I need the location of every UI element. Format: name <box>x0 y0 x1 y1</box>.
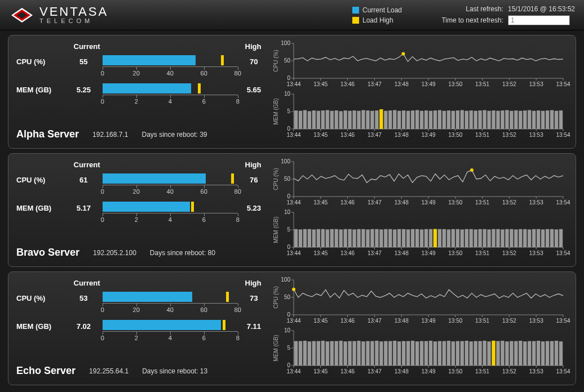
svg-rect-98 <box>443 111 446 129</box>
svg-text:10: 10 <box>284 91 291 97</box>
brand-sub: TELECOM <box>39 18 108 24</box>
server-ip: 192.168.7.1 <box>92 131 128 139</box>
svg-text:13:44: 13:44 <box>286 318 300 324</box>
mem-current: 7.02 <box>65 319 103 331</box>
svg-text:13:53: 13:53 <box>529 132 543 138</box>
svg-rect-69 <box>312 110 316 129</box>
next-refresh-input[interactable] <box>508 15 570 25</box>
svg-text:50: 50 <box>284 176 291 182</box>
svg-rect-229 <box>478 229 481 247</box>
svg-rect-216 <box>420 229 423 247</box>
svg-rect-236 <box>510 229 513 247</box>
svg-rect-312 <box>299 341 302 366</box>
svg-rect-359 <box>510 341 513 366</box>
svg-text:13:44: 13:44 <box>286 199 300 206</box>
svg-rect-83 <box>375 110 378 129</box>
svg-rect-124 <box>559 110 563 129</box>
svg-rect-336 <box>406 341 410 366</box>
svg-text:50: 50 <box>284 294 291 300</box>
svg-rect-369 <box>555 341 558 366</box>
svg-rect-232 <box>492 229 495 247</box>
svg-rect-68 <box>308 111 311 129</box>
svg-rect-220 <box>438 229 441 247</box>
svg-text:100: 100 <box>281 158 290 164</box>
svg-text:13:44: 13:44 <box>286 368 300 375</box>
svg-text:13:50: 13:50 <box>448 199 462 206</box>
svg-text:13:45: 13:45 <box>313 132 328 138</box>
svg-rect-90 <box>406 111 410 129</box>
svg-text:50: 50 <box>284 57 291 64</box>
svg-rect-222 <box>447 229 450 247</box>
svg-text:13:54: 13:54 <box>556 250 570 256</box>
svg-rect-360 <box>514 341 517 366</box>
svg-rect-358 <box>505 341 508 366</box>
svg-rect-115 <box>519 111 522 129</box>
svg-rect-233 <box>496 229 499 247</box>
svg-text:13:51: 13:51 <box>475 81 489 87</box>
svg-rect-335 <box>402 341 405 366</box>
svg-rect-123 <box>555 111 558 129</box>
col-high: High <box>236 42 270 51</box>
svg-rect-106 <box>478 110 481 129</box>
svg-rect-110 <box>496 111 499 129</box>
col-current: Current <box>67 279 107 287</box>
svg-text:13:46: 13:46 <box>340 368 355 375</box>
svg-rect-109 <box>492 110 495 129</box>
svg-rect-205 <box>370 229 374 247</box>
server-reboot: Days since reboot: 80 <box>150 249 215 257</box>
svg-rect-314 <box>308 341 311 366</box>
svg-rect-328 <box>370 341 374 366</box>
svg-rect-242 <box>537 229 540 247</box>
svg-rect-112 <box>505 110 508 129</box>
server-panel-0: Current High CPU (%) 55 020406080 70 MEM… <box>8 35 576 149</box>
svg-point-279 <box>292 288 295 291</box>
svg-rect-204 <box>366 229 369 247</box>
svg-text:13:54: 13:54 <box>556 368 570 375</box>
server-name: Bravo Server <box>16 247 79 259</box>
svg-rect-333 <box>393 341 396 366</box>
svg-text:13:46: 13:46 <box>340 199 355 206</box>
svg-text:13:54: 13:54 <box>556 318 570 324</box>
svg-rect-320 <box>334 341 338 366</box>
svg-text:13:45: 13:45 <box>313 199 328 206</box>
svg-rect-79 <box>357 111 360 129</box>
mem-label: MEM (GB) <box>16 319 65 331</box>
cpu-current: 61 <box>65 172 103 184</box>
svg-text:13:47: 13:47 <box>368 368 382 375</box>
svg-rect-235 <box>505 229 508 247</box>
svg-text:13:50: 13:50 <box>448 250 462 256</box>
mem-bar <box>103 320 238 330</box>
cpu-bar <box>103 292 238 302</box>
svg-rect-316 <box>317 341 320 366</box>
last-refresh-label: Last refresh: <box>424 5 503 13</box>
svg-text:13:53: 13:53 <box>529 199 543 206</box>
svg-rect-199 <box>343 229 347 247</box>
svg-rect-194 <box>321 229 325 247</box>
svg-rect-348 <box>461 341 464 366</box>
server-ip: 192.255.64.1 <box>89 367 129 375</box>
svg-rect-193 <box>317 229 320 247</box>
svg-text:0: 0 <box>287 311 290 318</box>
svg-rect-237 <box>514 229 517 247</box>
svg-rect-365 <box>537 341 540 366</box>
svg-text:CPU (%): CPU (%) <box>273 50 279 72</box>
svg-rect-311 <box>294 341 298 366</box>
svg-text:13:47: 13:47 <box>368 132 382 138</box>
svg-rect-370 <box>559 341 563 366</box>
svg-text:0: 0 <box>287 193 290 199</box>
svg-rect-224 <box>456 229 459 247</box>
col-current: Current <box>67 161 107 169</box>
svg-text:13:54: 13:54 <box>556 81 570 87</box>
svg-text:0: 0 <box>287 126 290 132</box>
svg-rect-334 <box>397 341 401 366</box>
svg-rect-315 <box>312 341 316 366</box>
svg-rect-345 <box>447 341 450 366</box>
svg-rect-245 <box>550 229 554 247</box>
col-high: High <box>236 279 270 287</box>
svg-rect-355 <box>492 341 495 366</box>
legend: Current Load Load High <box>352 6 402 24</box>
svg-rect-88 <box>397 111 401 129</box>
svg-text:13:51: 13:51 <box>475 318 489 324</box>
svg-text:5: 5 <box>287 345 290 351</box>
svg-rect-192 <box>312 229 316 247</box>
